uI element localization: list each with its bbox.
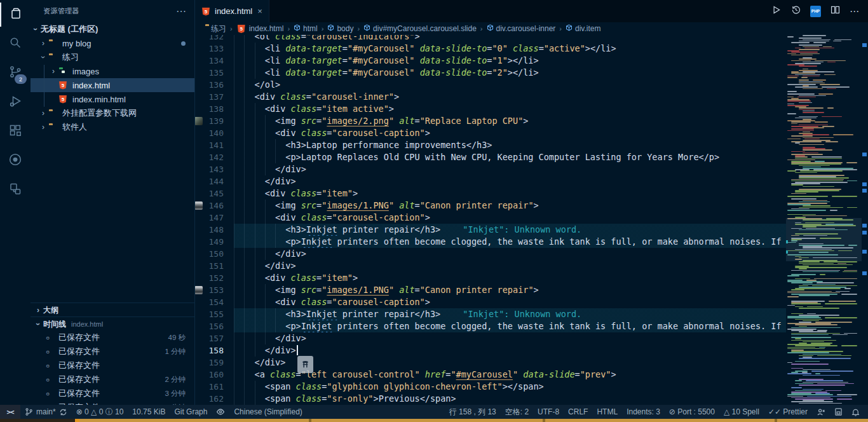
minimap[interactable] <box>786 35 862 405</box>
line-number[interactable]: 149 <box>205 236 224 248</box>
activity-remote-explorer[interactable] <box>0 175 31 205</box>
status-git-graph[interactable]: Git Graph <box>170 405 212 419</box>
line-number[interactable]: 138 <box>205 103 224 115</box>
code-line-136[interactable]: 136</ol> <box>194 79 786 91</box>
line-number[interactable]: 147 <box>205 212 224 224</box>
line-number[interactable]: 152 <box>205 272 224 284</box>
line-number[interactable]: 157 <box>205 332 224 344</box>
tree-item----[interactable]: ›软件人 <box>31 120 194 134</box>
timeline-item[interactable]: ○已保存文件49 秒 <box>31 330 194 344</box>
code-line-139[interactable]: 139<img src="images/2.png" alt="Replace … <box>194 115 786 127</box>
status-indents[interactable]: Indents: 3 <box>622 405 665 419</box>
remote-indicator[interactable]: >< <box>0 405 20 419</box>
tab-index-html[interactable]: 5 index.html × <box>194 0 269 22</box>
timeline-item[interactable]: ○已保存文件 <box>31 358 194 372</box>
breadcrumb-item-1[interactable]: 5index.html <box>236 24 284 33</box>
code-line-160[interactable]: 160<a class="left carousel-control" href… <box>194 369 786 381</box>
code-line-151[interactable]: 151</div> <box>194 260 786 272</box>
local-history-button[interactable] <box>790 4 801 18</box>
tree-item-images[interactable]: ›images <box>31 64 194 78</box>
line-number[interactable]: 154 <box>205 296 224 308</box>
outline-section[interactable]: › 大纲 <box>31 303 194 317</box>
line-number[interactable]: 155 <box>205 308 224 320</box>
code-line-162[interactable]: 162<span class="sr-only">Previous</span> <box>194 393 786 405</box>
tree-item-my-blog[interactable]: ›my blog <box>31 36 194 50</box>
status-notifications-bell[interactable] <box>847 405 864 419</box>
code-line-153[interactable]: 153<img src="images/1.PNG" alt="Canon pr… <box>194 284 786 296</box>
activity-explorer[interactable] <box>0 0 31 29</box>
code-line-147[interactable]: 147<div class="carousel-caption"> <box>194 212 786 224</box>
code-line-148[interactable]: 148<h3>Inkjet printer repair</h3>"Inkjet… <box>194 224 786 236</box>
code-line-134[interactable]: 134<li data-target="#myCarousel" data-sl… <box>194 55 786 67</box>
line-number[interactable]: 148 <box>205 224 224 236</box>
line-number[interactable]: 150 <box>205 248 224 260</box>
code-line-146[interactable]: 146<img src="images/1.PNG" alt="Canon pr… <box>194 200 786 212</box>
breadcrumb-item-6[interactable]: div.item <box>566 24 600 33</box>
status-screencast[interactable] <box>830 405 847 419</box>
line-number[interactable]: 134 <box>205 55 224 67</box>
code-line-142[interactable]: 142<p>Laptop Replaces Old CPU with New C… <box>194 151 786 163</box>
status-feedback[interactable] <box>812 405 830 419</box>
code-line-156[interactable]: 156<p>Inkjet printers often become clogg… <box>194 320 786 332</box>
breadcrumb-item-3[interactable]: body <box>327 24 353 33</box>
code-line-133[interactable]: 133<li data-target="#myCarousel" data-sl… <box>194 43 786 55</box>
activity-search[interactable] <box>0 29 31 58</box>
line-number[interactable]: 161 <box>205 381 224 393</box>
run-button[interactable] <box>771 4 782 18</box>
line-number[interactable]: 133 <box>205 43 224 55</box>
line-number[interactable]: 140 <box>205 127 224 139</box>
tree-item-index-html[interactable]: 5index.html <box>31 78 194 92</box>
code-line-144[interactable]: 144</div> <box>194 175 786 187</box>
code-line-138[interactable]: 138<div class="item active"> <box>194 103 786 115</box>
line-number[interactable]: 132 <box>205 35 224 43</box>
line-number[interactable]: 153 <box>205 284 224 296</box>
line-number[interactable]: 136 <box>205 79 224 91</box>
status-git-branch[interactable]: main* <box>20 405 72 419</box>
code-line-157[interactable]: 157</div> <box>194 332 786 344</box>
status-file-size[interactable]: 10.75 KiB <box>128 405 170 419</box>
breadcrumb-item-2[interactable]: html <box>294 24 318 33</box>
status-spell-status[interactable]: △ 10 Spell <box>719 405 764 419</box>
timeline-section[interactable]: › 时间线 index.html <box>31 316 194 331</box>
tree-item----------[interactable]: ›外挂配置参数下载网 <box>31 106 194 120</box>
code-line-145[interactable]: 145<div class="item"> <box>194 187 786 200</box>
activity-run-debug[interactable] <box>0 88 31 117</box>
status-prettier[interactable]: ✓✓ Prettier <box>764 405 812 419</box>
status-spell-eye[interactable] <box>212 405 229 419</box>
status-display-language[interactable]: Chinese (Simplified) <box>229 405 306 419</box>
breadcrumb-item-0[interactable]: 练习 <box>205 24 226 34</box>
activity-github[interactable] <box>0 146 31 175</box>
timeline-item[interactable]: ○已保存文件4 分钟 <box>31 400 194 405</box>
code-line-161[interactable]: 161<span class="glyphicon glyphicon-chev… <box>194 381 786 393</box>
breadcrumb-item-5[interactable]: div.carousel-inner <box>487 24 556 33</box>
line-number[interactable]: 158 <box>205 344 224 357</box>
minimap-slider[interactable] <box>786 218 862 261</box>
workspace-root[interactable]: › 无标题 (工作区) <box>31 22 194 36</box>
status-language-mode[interactable]: HTML <box>592 405 622 419</box>
timeline-item[interactable]: ○已保存文件3 分钟 <box>31 386 194 400</box>
code-line-141[interactable]: 141<h3>Laptop performance improvements</… <box>194 139 786 151</box>
close-icon[interactable]: × <box>257 6 262 16</box>
line-number[interactable]: 151 <box>205 260 224 272</box>
status-encoding[interactable]: UTF-8 <box>533 405 564 419</box>
line-number[interactable]: 160 <box>205 369 224 381</box>
status-indentation[interactable]: 空格: 2 <box>501 405 533 419</box>
line-number[interactable]: 162 <box>205 393 224 405</box>
timeline-item[interactable]: ○已保存文件1 分钟 <box>31 344 194 358</box>
code-line-150[interactable]: 150</div> <box>194 248 786 260</box>
php-server-button[interactable]: PHP <box>810 6 821 17</box>
code-line-159[interactable]: 159</div> <box>194 357 786 369</box>
activity-extensions[interactable] <box>0 117 31 146</box>
line-number[interactable]: 137 <box>205 91 224 103</box>
line-number[interactable]: 144 <box>205 175 224 187</box>
line-number[interactable]: 142 <box>205 151 224 163</box>
status-live-server-port[interactable]: ⊘ Port : 5500 <box>665 405 719 419</box>
timeline-item[interactable]: ○已保存文件2 分钟 <box>31 372 194 386</box>
line-number[interactable]: 159 <box>205 357 224 369</box>
status-problems[interactable]: ⊗ 0 △ 0 ⓘ 10 <box>72 405 128 419</box>
code-editor[interactable]: 132<ol class="carousel-indicators">133<l… <box>194 35 786 405</box>
status-cursor-position[interactable]: 行 158 , 列 13 <box>445 405 501 419</box>
line-number[interactable]: 135 <box>205 67 224 79</box>
code-line-158[interactable]: 158</div> <box>194 344 786 357</box>
line-number[interactable]: 141 <box>205 139 224 151</box>
